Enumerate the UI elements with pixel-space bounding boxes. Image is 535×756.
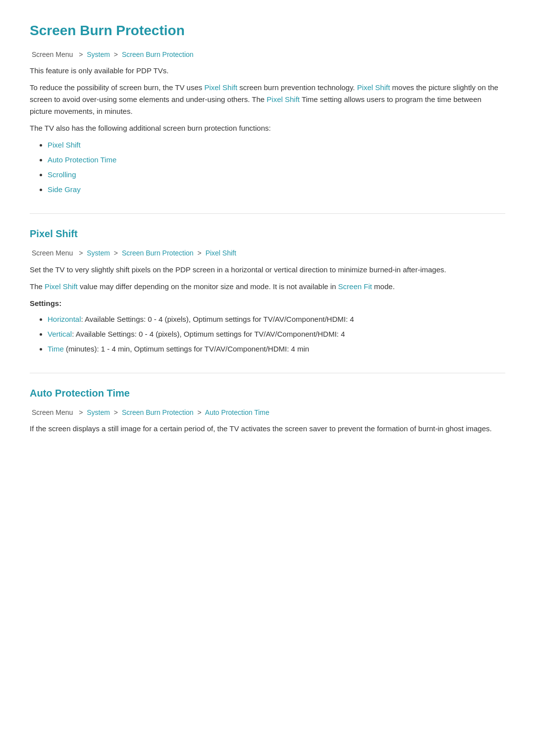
apt-breadcrumb-arrow1: >	[79, 408, 83, 416]
apt-screen-burn-link[interactable]: Screen Burn Protection	[122, 408, 194, 416]
auto-protection-list-link[interactable]: Auto Protection Time	[48, 155, 116, 164]
apt-auto-protection-link[interactable]: Auto Protection Time	[205, 408, 269, 416]
side-gray-list-link[interactable]: Side Gray	[48, 185, 81, 194]
apt-breadcrumb-arrow2: >	[114, 408, 118, 416]
intro-paragraph-1: This feature is only available for PDP T…	[30, 65, 505, 77]
breadcrumb-arrow1: >	[79, 50, 83, 58]
apt-breadcrumb-arrow3: >	[198, 408, 202, 416]
auto-protection-breadcrumb: Screen Menu > System > Screen Burn Prote…	[30, 407, 505, 418]
vertical-label: Vertical	[48, 330, 72, 338]
ps-breadcrumb-prefix: Screen Menu	[32, 249, 73, 257]
page-title: Screen Burn Protection	[30, 20, 505, 42]
apt-system-link[interactable]: System	[87, 408, 110, 416]
screen-fit-link[interactable]: Screen Fit	[338, 282, 372, 291]
breadcrumb-arrow2: >	[114, 50, 118, 58]
pixel-shift-description-2: The Pixel Shift value may differ dependi…	[30, 281, 505, 293]
pixel-shift-section: Pixel Shift Screen Menu > System > Scree…	[30, 213, 505, 354]
ps-inline-link-1[interactable]: Pixel Shift	[45, 282, 78, 291]
pixel-shift-link-1[interactable]: Pixel Shift	[204, 83, 237, 92]
ps-breadcrumb-arrow3: >	[198, 249, 202, 257]
pixel-shift-breadcrumb: Screen Menu > System > Screen Burn Prote…	[30, 248, 505, 258]
pixel-shift-list-link[interactable]: Pixel Shift	[48, 141, 81, 149]
settings-list: Horizontal: Available Settings: 0 - 4 (p…	[48, 313, 505, 355]
auto-protection-heading: Auto Protection Time	[30, 385, 505, 401]
list-item: Horizontal: Available Settings: 0 - 4 (p…	[48, 313, 505, 325]
list-item: Scrolling	[48, 169, 505, 181]
ps-breadcrumb-arrow1: >	[79, 249, 83, 257]
list-item: Side Gray	[48, 184, 505, 196]
breadcrumb-prefix: Screen Menu	[32, 50, 73, 58]
apt-breadcrumb-prefix: Screen Menu	[32, 408, 73, 416]
horizontal-text: : Available Settings: 0 - 4 (pixels), Op…	[81, 315, 354, 323]
pixel-shift-heading: Pixel Shift	[30, 226, 505, 242]
intro-breadcrumb: Screen Menu > System > Screen Burn Prote…	[30, 49, 505, 60]
scrolling-list-link[interactable]: Scrolling	[48, 170, 76, 179]
vertical-text: : Available Settings: 0 - 4 (pixels), Op…	[72, 330, 345, 338]
auto-protection-description: If the screen displays a still image for…	[30, 423, 505, 435]
horizontal-label: Horizontal	[48, 315, 81, 323]
list-item: Auto Protection Time	[48, 154, 505, 166]
auto-protection-section: Auto Protection Time Screen Menu > Syste…	[30, 373, 505, 435]
time-text: (minutes): 1 - 4 min, Optimum settings f…	[64, 345, 309, 353]
list-item: Vertical: Available Settings: 0 - 4 (pix…	[48, 328, 505, 340]
intro-paragraph-2: To reduce the possibility of screen burn…	[30, 82, 505, 117]
ps-breadcrumb-arrow2: >	[114, 249, 118, 257]
feature-list: Pixel Shift Auto Protection Time Scrolli…	[48, 139, 505, 196]
ps-pixel-shift-link[interactable]: Pixel Shift	[206, 249, 236, 257]
ps-screen-burn-link[interactable]: Screen Burn Protection	[122, 249, 194, 257]
time-label: Time	[48, 345, 64, 353]
list-item: Time (minutes): 1 - 4 min, Optimum setti…	[48, 343, 505, 355]
pixel-shift-link-3[interactable]: Pixel Shift	[267, 95, 300, 103]
breadcrumb-system-link[interactable]: System	[87, 50, 110, 58]
ps-system-link[interactable]: System	[87, 249, 110, 257]
settings-label: Settings:	[30, 298, 505, 309]
pixel-shift-description-1: Set the TV to very slightly shift pixels…	[30, 264, 505, 276]
list-item: Pixel Shift	[48, 139, 505, 151]
pixel-shift-link-2[interactable]: Pixel Shift	[357, 83, 390, 92]
breadcrumb-screen-burn-link[interactable]: Screen Burn Protection	[122, 50, 194, 58]
intro-paragraph-3: The TV also has the following additional…	[30, 122, 505, 134]
